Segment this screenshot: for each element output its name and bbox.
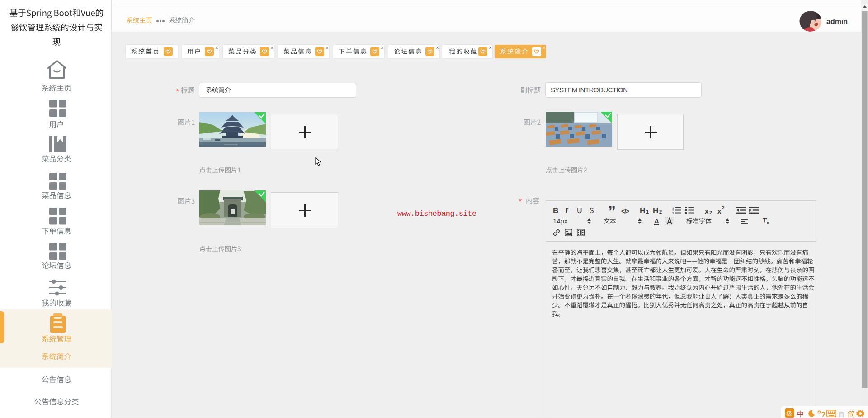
svg-text:3: 3 xyxy=(672,212,674,214)
